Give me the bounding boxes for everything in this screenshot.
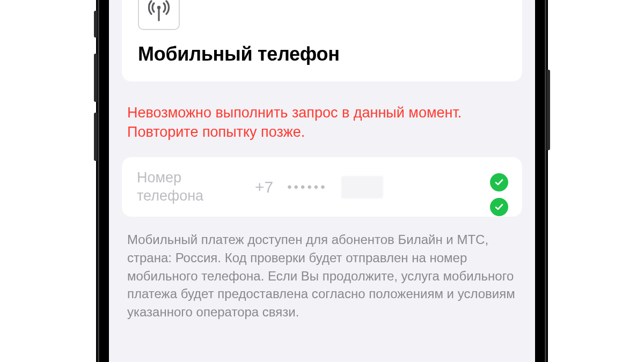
power-button <box>547 70 550 150</box>
phone-value: +7 •••••• <box>255 176 383 198</box>
phone-prefix: +7 <box>255 178 273 196</box>
screen: Мобильный телефон Невозможно выполнить з… <box>109 0 535 362</box>
volume-up-button <box>94 54 97 102</box>
redacted-region <box>341 176 383 198</box>
error-message: Невозможно выполнить запрос в данный мом… <box>125 103 519 142</box>
antenna-icon <box>138 0 180 30</box>
checkmark-icon <box>490 173 508 191</box>
phone-input-row[interactable]: Номер телефона +7 •••••• <box>122 157 522 217</box>
phone-frame: Мобильный телефон Невозможно выполнить з… <box>99 0 545 362</box>
mute-switch <box>94 11 97 38</box>
checkmark-icon <box>490 198 508 216</box>
page-title: Мобильный телефон <box>138 43 506 65</box>
phone-label: Номер телефона <box>137 169 233 205</box>
phone-masked: •••••• <box>287 180 327 195</box>
description-text: Мобильный платеж доступен для абонентов … <box>125 231 519 321</box>
header-card: Мобильный телефон <box>122 0 522 82</box>
volume-down-button <box>94 113 97 161</box>
